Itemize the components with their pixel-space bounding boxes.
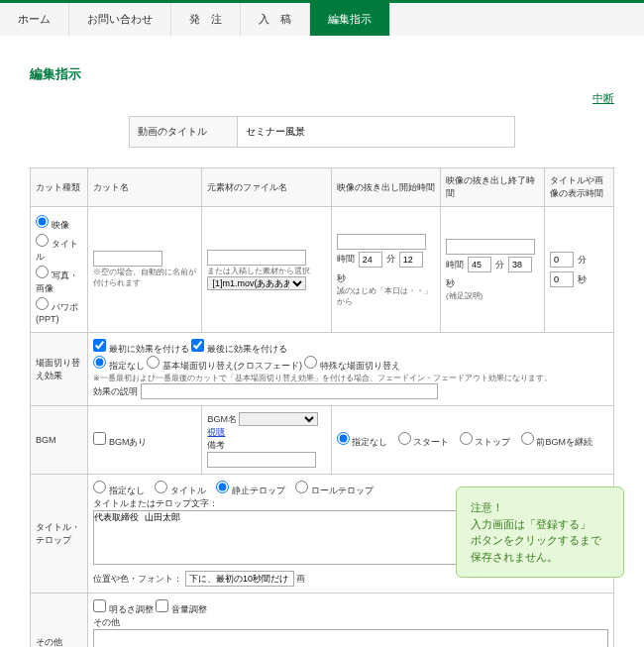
title-r4[interactable]: ロールテロップ <box>295 481 374 497</box>
scene-note: ※一番最初および一番最後のカットで「基本場面切り替え効果」を付ける場合、フェード… <box>93 374 552 382</box>
scene-chk1[interactable]: 最初に効果を付ける <box>93 344 189 354</box>
tab-contact[interactable]: お問い合わせ <box>69 3 171 36</box>
disp-s[interactable] <box>550 271 574 287</box>
title-r2[interactable]: タイトル <box>155 481 206 497</box>
title-pos-label: 位置や色・フォント： <box>93 574 182 584</box>
th-disp: タイトルや画像の表示時間 <box>545 168 614 207</box>
cuttype-photo[interactable]: 写真・画像 <box>36 266 82 295</box>
other-sub-label: その他 <box>93 617 120 627</box>
video-title-value: セミナー風景 <box>238 116 515 148</box>
tab-edit[interactable]: 編集指示 <box>310 3 390 36</box>
scene-desc-input[interactable] <box>141 383 438 399</box>
cuttype-title[interactable]: タイトル <box>36 234 82 264</box>
bgm-memo-input[interactable] <box>207 452 316 468</box>
warning-tooltip: 注意！ 入力画面は「登録する」 ボタンをクリックするまで 保存されません。 <box>456 486 624 578</box>
filename-input[interactable] <box>207 250 306 266</box>
end-field[interactable] <box>446 239 535 255</box>
top-nav: ホーム お問い合わせ 発 注 入 稿 編集指示 <box>0 0 644 36</box>
th-filename: 元素材のファイル名 <box>202 168 331 207</box>
scene-label: 場面切り替え効果 <box>31 333 88 406</box>
title-r1[interactable]: 指定なし <box>93 481 145 497</box>
unit-byou: 秒 <box>337 272 346 285</box>
video-title-label: 動画のタイトル <box>129 116 238 148</box>
end-h[interactable] <box>468 257 491 272</box>
bgm-chk[interactable]: BGMあり <box>93 437 147 447</box>
cutname-note: ※空の場合、自動的に名前が付けられます <box>93 267 196 288</box>
bgm-r2[interactable]: スタート <box>398 432 450 449</box>
disp-m[interactable] <box>550 252 574 268</box>
end-desc: (補足説明) <box>446 290 539 301</box>
title-img-label: 画 <box>296 574 305 584</box>
page-title: 編集指示 <box>30 65 614 83</box>
cuttype-video[interactable]: 映像 <box>36 215 82 232</box>
scene-r2[interactable]: 基本場面切り替え(クロスフェード) <box>147 361 302 371</box>
other-input[interactable] <box>93 629 608 647</box>
th-cuttype: カット種類 <box>31 168 88 207</box>
cutname-input[interactable] <box>93 251 162 267</box>
scene-r1[interactable]: 指定なし <box>93 361 145 371</box>
title-pos-input[interactable] <box>185 571 294 587</box>
th-end: 映像の抜き出し終了時間 <box>440 168 544 207</box>
th-cutname: カット名 <box>88 168 202 207</box>
start-field[interactable] <box>337 234 426 250</box>
bgm-label: BGM <box>31 406 88 475</box>
bgm-r1[interactable]: 指定なし <box>337 432 388 449</box>
cuttype-ppt[interactable]: パワポ(PPT) <box>36 297 82 324</box>
tab-order[interactable]: 発 注 <box>171 3 241 36</box>
bgm-name-label: BGM名 <box>207 414 237 424</box>
tab-home[interactable]: ホーム <box>0 3 69 36</box>
start-h[interactable] <box>359 252 382 268</box>
scene-chk2[interactable]: 最後に効果を付ける <box>191 344 287 354</box>
scene-r3[interactable]: 特殊な場面切り替え <box>304 361 400 371</box>
other-chk2[interactable]: 音量調整 <box>156 604 207 614</box>
other-chk1[interactable]: 明るさ調整 <box>93 604 154 614</box>
scene-desc-label: 効果の説明 <box>93 386 138 396</box>
end-m[interactable] <box>508 257 532 272</box>
bgm-r3[interactable]: ストップ <box>460 432 511 449</box>
bgm-audition[interactable]: 視聴 <box>207 427 225 437</box>
file-select[interactable]: [1]m1.mov(ああああ) <box>207 276 306 290</box>
title-label: タイトル・テロップ <box>31 475 88 593</box>
start-m[interactable] <box>399 252 423 268</box>
tab-submit[interactable]: 入 稿 <box>241 3 310 36</box>
bgm-select[interactable] <box>239 412 318 426</box>
bgm-r4[interactable]: 前BGMを継続 <box>521 432 592 449</box>
title-r3[interactable]: 静止テロップ <box>216 481 285 497</box>
unit-fun: 分 <box>386 253 395 266</box>
unit-jikan: 時間 <box>337 253 355 266</box>
other-label: その他 <box>31 593 88 648</box>
th-start: 映像の抜き出し開始時間 <box>331 168 440 207</box>
start-desc: 誠のはじめ「本日は・・」から <box>337 285 435 307</box>
file-note: または入稿した素材から選択 <box>207 266 325 276</box>
bgm-memo-label: 備考 <box>207 440 225 450</box>
abort-link[interactable]: 中断 <box>592 92 614 104</box>
